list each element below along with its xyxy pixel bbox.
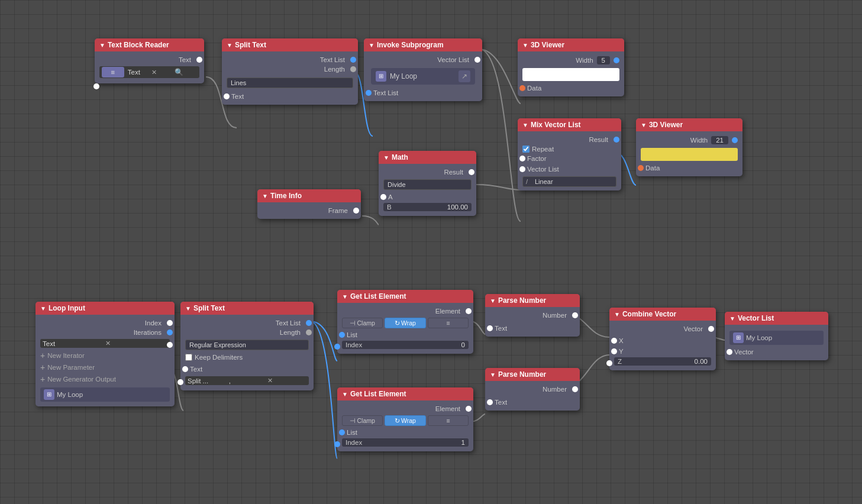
collapse-arrow[interactable]: ▼ [262, 193, 268, 199]
new-parameter-row[interactable]: + New Parameter [40, 361, 170, 373]
z-row: Z 0.00 [614, 357, 711, 366]
list-input-socket-2[interactable] [339, 429, 345, 435]
vector-list-label: Vector List [437, 56, 469, 63]
result-socket[interactable] [614, 137, 619, 143]
collapse-arrow[interactable]: ▼ [490, 371, 496, 378]
index-output-socket[interactable] [167, 320, 173, 326]
collapse-arrow[interactable]: ▼ [729, 315, 735, 322]
text-iterator-socket[interactable] [167, 342, 173, 348]
b-input-row: B 100.00 [383, 203, 472, 211]
collapse-arrow[interactable]: ▼ [227, 42, 233, 49]
width-row-2: Width 21 [641, 135, 738, 146]
a-socket[interactable] [380, 194, 386, 200]
collapse-arrow[interactable]: ▼ [40, 305, 46, 312]
element-output-socket-1[interactable] [466, 308, 472, 314]
width-label-2: Width [690, 137, 708, 144]
index-output-label: Index [145, 319, 162, 327]
clear-button[interactable]: ✕ [150, 69, 175, 76]
math-result-label: Result [444, 169, 463, 176]
collapse-arrow[interactable]: ▼ [369, 42, 374, 49]
vl-name: My Loop [746, 334, 772, 341]
export-button[interactable]: ↗ [459, 70, 470, 82]
lines-dropdown[interactable]: Lines Words Characters Regular Expressio… [227, 77, 353, 88]
collapse-arrow[interactable]: ▼ [342, 293, 348, 300]
invoke-inner: ⊞ My Loop ↗ [371, 68, 475, 85]
number-output-socket-1[interactable] [572, 312, 578, 318]
width-socket-1[interactable] [614, 57, 619, 63]
data-input-socket-2[interactable] [638, 165, 644, 171]
text-input-socket2[interactable] [224, 93, 230, 99]
collapse-arrow[interactable]: ▼ [641, 122, 647, 128]
index-socket-1[interactable] [334, 344, 340, 350]
text-list-socket[interactable] [350, 57, 356, 63]
math-result-socket[interactable] [469, 169, 474, 175]
text-list-output-label: Text List [276, 319, 301, 327]
vl-vector-socket[interactable] [727, 349, 732, 355]
list-btn-1[interactable]: ≡ [428, 318, 469, 328]
collapse-arrow[interactable]: ▼ [522, 122, 528, 128]
wrap-btn-2[interactable]: ↻ Wrap [385, 415, 425, 426]
collapse-arrow[interactable]: ▼ [342, 391, 348, 398]
text-output-label: Text [179, 56, 191, 63]
new-iterator-row[interactable]: + New Iterator [40, 350, 170, 361]
text-output-socket[interactable] [196, 57, 202, 63]
factor-socket[interactable] [519, 156, 525, 161]
clamp-btn-1[interactable]: ⊣ Clamp [342, 318, 383, 328]
frame-socket[interactable] [353, 208, 359, 214]
new-gen-output-label: New Generator Output [47, 376, 116, 383]
text-input-socket[interactable] [93, 83, 99, 89]
mix-vector-list-node: ▼ Mix Vector List Result Repeat Factor V… [518, 118, 621, 190]
math-node: ▼ Math Result Divide Add Subtract Multip… [379, 151, 476, 216]
clamp-label-2: Clamp [357, 417, 374, 424]
clamp-btn-2[interactable]: ⊣ Clamp [342, 415, 383, 426]
collapse-arrow[interactable]: ▼ [99, 42, 105, 49]
width-socket-2[interactable] [732, 137, 738, 143]
data-input-socket-1[interactable] [519, 85, 525, 91]
x-socket[interactable] [611, 338, 617, 344]
text-iterator-label: Text [43, 340, 104, 347]
collapse-arrow[interactable]: ▼ [383, 154, 389, 161]
vector-list-socket[interactable] [474, 57, 480, 63]
list-input-socket-1[interactable] [339, 332, 345, 338]
y-socket[interactable] [611, 348, 617, 354]
combine-vector-title: Combine Vector [622, 310, 676, 318]
split-clear-button[interactable]: ✕ [266, 377, 306, 385]
vector-output-socket[interactable] [708, 326, 714, 332]
wrap-btn-1[interactable]: ↻ Wrap [385, 318, 425, 328]
split-input-socket[interactable] [177, 379, 183, 385]
iterations-socket[interactable] [167, 329, 173, 335]
collapse-arrow[interactable]: ▼ [614, 311, 620, 318]
keep-delimiters-checkbox[interactable] [185, 354, 192, 361]
text-input-socket-bottom[interactable] [182, 366, 188, 372]
text-input-socket-pn2[interactable] [487, 399, 493, 405]
list-icon-1: ≡ [446, 319, 450, 327]
text-clear-button[interactable]: ✕ [104, 340, 168, 347]
number-output-socket-2[interactable] [572, 386, 578, 392]
linear-dropdown[interactable]: Linear Ease In Ease Out [522, 176, 616, 187]
collapse-arrow[interactable]: ▼ [522, 42, 528, 49]
data-label-2: Data [645, 164, 660, 172]
viewer-3d-title-1: 3D Viewer [531, 41, 564, 49]
text-field-row[interactable]: ≡ Text ✕ 🔍 [99, 66, 199, 78]
list-btn-2[interactable]: ≡ [428, 415, 469, 426]
width-label-1: Width [576, 57, 593, 64]
z-socket[interactable] [606, 360, 612, 366]
text-list-input-socket[interactable] [366, 90, 372, 96]
math-dropdown[interactable]: Divide Add Subtract Multiply [383, 179, 472, 190]
new-gen-output-row[interactable]: + New Generator Output [40, 373, 170, 385]
get-list-title-1: Get List Element [350, 292, 406, 301]
search-icon[interactable]: 🔍 [175, 68, 197, 76]
length-socket[interactable] [350, 66, 356, 72]
repeat-checkbox[interactable] [522, 146, 530, 153]
regex-dropdown[interactable]: Regular Expression Lines Words [185, 340, 309, 350]
index-socket-2[interactable] [334, 441, 340, 447]
text-input-socket-pn1[interactable] [487, 325, 493, 331]
text-block-reader-node: ▼ Text Block Reader Text ≡ Text ✕ 🔍 [95, 38, 204, 83]
text-input-label-bottom: Text [190, 366, 202, 373]
vector-list-input-socket[interactable] [519, 166, 525, 172]
element-output-socket-2[interactable] [466, 406, 472, 412]
collapse-arrow[interactable]: ▼ [490, 298, 496, 304]
length-output-socket[interactable] [306, 329, 312, 335]
text-list-output-socket[interactable] [306, 320, 312, 326]
collapse-arrow[interactable]: ▼ [185, 305, 191, 312]
